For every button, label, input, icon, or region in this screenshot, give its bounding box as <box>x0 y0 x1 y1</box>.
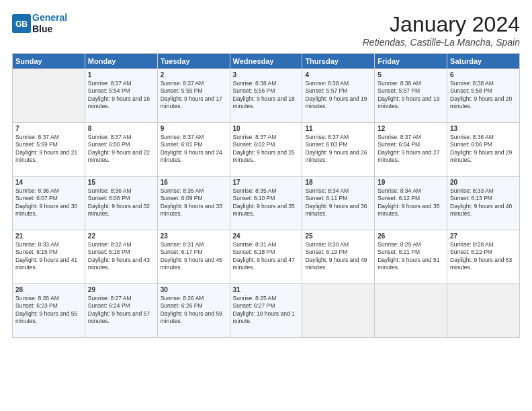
cell-content: Sunrise: 8:28 AMSunset: 6:23 PMDaylight:… <box>15 295 82 326</box>
day-number: 30 <box>161 286 227 293</box>
col-header-sunday: Sunday <box>13 54 85 69</box>
calendar-cell: 15Sunrise: 8:36 AMSunset: 6:08 PMDayligh… <box>85 177 157 230</box>
day-number: 26 <box>378 232 444 240</box>
calendar-cell: 11Sunrise: 8:37 AMSunset: 6:03 PMDayligh… <box>302 123 375 177</box>
calendar-cell: 20Sunrise: 8:33 AMSunset: 6:13 PMDayligh… <box>447 177 520 230</box>
month-title: January 2024 <box>363 12 520 37</box>
day-number: 24 <box>233 232 300 240</box>
calendar-cell: 8Sunrise: 8:37 AMSunset: 6:00 PMDaylight… <box>85 123 157 177</box>
cell-content: Sunrise: 8:31 AMSunset: 6:18 PMDaylight:… <box>233 241 300 272</box>
week-row-5: 28Sunrise: 8:28 AMSunset: 6:23 PMDayligh… <box>13 284 520 338</box>
calendar-cell: 1Sunrise: 8:37 AMSunset: 5:54 PMDaylight… <box>85 69 157 123</box>
cell-content: Sunrise: 8:34 AMSunset: 6:11 PMDaylight:… <box>305 187 371 218</box>
calendar-cell <box>13 69 85 123</box>
day-number: 11 <box>305 125 371 132</box>
cell-content: Sunrise: 8:37 AMSunset: 6:03 PMDaylight:… <box>305 134 371 165</box>
day-number: 12 <box>378 125 444 132</box>
cell-content: Sunrise: 8:29 AMSunset: 6:21 PMDaylight:… <box>378 241 444 272</box>
calendar-cell: 4Sunrise: 8:38 AMSunset: 5:57 PMDaylight… <box>302 69 375 123</box>
cell-content: Sunrise: 8:32 AMSunset: 6:16 PMDaylight:… <box>88 241 154 272</box>
week-row-2: 7Sunrise: 8:37 AMSunset: 5:59 PMDaylight… <box>13 123 520 177</box>
calendar-cell: 21Sunrise: 8:33 AMSunset: 6:15 PMDayligh… <box>13 230 85 284</box>
day-number: 5 <box>378 71 444 79</box>
cell-content: Sunrise: 8:38 AMSunset: 5:58 PMDaylight:… <box>450 80 517 111</box>
calendar-cell: 27Sunrise: 8:28 AMSunset: 6:22 PMDayligh… <box>447 230 520 284</box>
header-row: SundayMondayTuesdayWednesdayThursdayFrid… <box>13 54 520 69</box>
calendar-cell: 25Sunrise: 8:30 AMSunset: 6:19 PMDayligh… <box>302 230 375 284</box>
day-number: 23 <box>161 232 227 240</box>
cell-content: Sunrise: 8:35 AMSunset: 6:09 PMDaylight:… <box>161 187 227 218</box>
logo: GB General Blue <box>12 12 67 35</box>
cell-content: Sunrise: 8:37 AMSunset: 5:54 PMDaylight:… <box>88 80 154 111</box>
calendar-cell: 5Sunrise: 8:38 AMSunset: 5:57 PMDaylight… <box>375 69 447 123</box>
day-number: 25 <box>305 232 371 240</box>
calendar-cell: 12Sunrise: 8:37 AMSunset: 6:04 PMDayligh… <box>375 123 447 177</box>
col-header-wednesday: Wednesday <box>230 54 302 69</box>
calendar-cell: 13Sunrise: 8:36 AMSunset: 6:06 PMDayligh… <box>447 123 520 177</box>
cell-content: Sunrise: 8:37 AMSunset: 5:59 PMDaylight:… <box>15 134 82 165</box>
day-number: 4 <box>305 71 371 79</box>
calendar-table: SundayMondayTuesdayWednesdayThursdayFrid… <box>12 53 520 338</box>
col-header-tuesday: Tuesday <box>157 54 230 69</box>
calendar-cell: 14Sunrise: 8:36 AMSunset: 6:07 PMDayligh… <box>13 177 85 230</box>
calendar-cell: 29Sunrise: 8:27 AMSunset: 6:24 PMDayligh… <box>85 284 157 338</box>
day-number: 17 <box>233 179 300 186</box>
cell-content: Sunrise: 8:36 AMSunset: 6:08 PMDaylight:… <box>88 187 154 218</box>
col-header-saturday: Saturday <box>447 54 520 69</box>
day-number: 16 <box>161 179 227 186</box>
day-number: 8 <box>88 125 154 132</box>
calendar-cell: 30Sunrise: 8:26 AMSunset: 6:26 PMDayligh… <box>157 284 230 338</box>
cell-content: Sunrise: 8:38 AMSunset: 5:56 PMDaylight:… <box>233 80 300 111</box>
calendar-cell: 18Sunrise: 8:34 AMSunset: 6:11 PMDayligh… <box>302 177 375 230</box>
calendar-cell: 2Sunrise: 8:37 AMSunset: 5:55 PMDaylight… <box>157 69 230 123</box>
day-number: 31 <box>233 286 300 293</box>
cell-content: Sunrise: 8:30 AMSunset: 6:19 PMDaylight:… <box>305 241 371 272</box>
col-header-friday: Friday <box>375 54 447 69</box>
day-number: 13 <box>450 125 517 132</box>
cell-content: Sunrise: 8:28 AMSunset: 6:22 PMDaylight:… <box>450 241 517 272</box>
cell-content: Sunrise: 8:36 AMSunset: 6:06 PMDaylight:… <box>450 134 517 165</box>
cell-content: Sunrise: 8:37 AMSunset: 6:02 PMDaylight:… <box>233 134 300 165</box>
svg-text:GB: GB <box>15 19 28 28</box>
day-number: 6 <box>450 71 517 79</box>
cell-content: Sunrise: 8:33 AMSunset: 6:15 PMDaylight:… <box>15 241 82 272</box>
calendar-cell: 3Sunrise: 8:38 AMSunset: 5:56 PMDaylight… <box>230 69 302 123</box>
week-row-1: 1Sunrise: 8:37 AMSunset: 5:54 PMDaylight… <box>13 69 520 123</box>
day-number: 3 <box>233 71 300 79</box>
cell-content: Sunrise: 8:38 AMSunset: 5:57 PMDaylight:… <box>305 80 371 111</box>
day-number: 1 <box>88 71 154 79</box>
col-header-monday: Monday <box>85 54 157 69</box>
calendar-cell <box>302 284 375 338</box>
page-header: GB General Blue January 2024 Retiendas, … <box>12 12 520 48</box>
cell-content: Sunrise: 8:31 AMSunset: 6:17 PMDaylight:… <box>161 241 227 272</box>
cell-content: Sunrise: 8:37 AMSunset: 6:00 PMDaylight:… <box>88 134 154 165</box>
day-number: 27 <box>450 232 517 240</box>
calendar-cell: 24Sunrise: 8:31 AMSunset: 6:18 PMDayligh… <box>230 230 302 284</box>
day-number: 7 <box>15 125 82 132</box>
location: Retiendas, Castille-La Mancha, Spain <box>363 37 520 48</box>
calendar-cell: 7Sunrise: 8:37 AMSunset: 5:59 PMDaylight… <box>13 123 85 177</box>
day-number: 15 <box>88 179 154 186</box>
calendar-cell: 6Sunrise: 8:38 AMSunset: 5:58 PMDaylight… <box>447 69 520 123</box>
day-number: 2 <box>161 71 227 79</box>
day-number: 22 <box>88 232 154 240</box>
day-number: 29 <box>88 286 154 293</box>
cell-content: Sunrise: 8:37 AMSunset: 6:01 PMDaylight:… <box>161 134 227 165</box>
cell-content: Sunrise: 8:36 AMSunset: 6:07 PMDaylight:… <box>15 187 82 218</box>
logo-icon: GB <box>12 14 31 33</box>
calendar-cell: 19Sunrise: 8:34 AMSunset: 6:12 PMDayligh… <box>375 177 447 230</box>
cell-content: Sunrise: 8:37 AMSunset: 6:04 PMDaylight:… <box>378 134 444 165</box>
title-block: January 2024 Retiendas, Castille-La Manc… <box>363 12 520 48</box>
calendar-cell: 22Sunrise: 8:32 AMSunset: 6:16 PMDayligh… <box>85 230 157 284</box>
cell-content: Sunrise: 8:25 AMSunset: 6:27 PMDaylight:… <box>233 295 300 326</box>
cell-content: Sunrise: 8:26 AMSunset: 6:26 PMDaylight:… <box>161 295 227 326</box>
cell-content: Sunrise: 8:35 AMSunset: 6:10 PMDaylight:… <box>233 187 300 218</box>
cell-content: Sunrise: 8:33 AMSunset: 6:13 PMDaylight:… <box>450 187 517 218</box>
day-number: 10 <box>233 125 300 132</box>
week-row-3: 14Sunrise: 8:36 AMSunset: 6:07 PMDayligh… <box>13 177 520 230</box>
calendar-cell: 9Sunrise: 8:37 AMSunset: 6:01 PMDaylight… <box>157 123 230 177</box>
cell-content: Sunrise: 8:37 AMSunset: 5:55 PMDaylight:… <box>161 80 227 111</box>
day-number: 19 <box>378 179 444 186</box>
cell-content: Sunrise: 8:27 AMSunset: 6:24 PMDaylight:… <box>88 295 154 326</box>
day-number: 14 <box>15 179 82 186</box>
